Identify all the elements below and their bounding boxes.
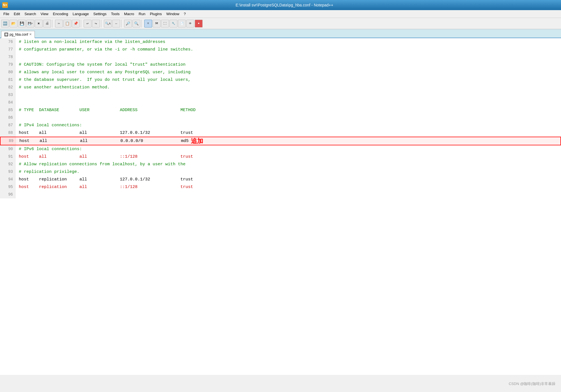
watermark: CSDN @咖啡(咖啡)非常暴躁 <box>509 381 555 386</box>
line-content: host replication all ::1/128 trust <box>15 183 561 191</box>
menu-item-?[interactable]: ? <box>182 11 188 17</box>
line-number: 92 <box>0 161 15 168</box>
menu-item-plugins[interactable]: Plugins <box>148 11 164 17</box>
line-number: 93 <box>0 168 15 176</box>
line-content: host all all ::1/128 trust <box>15 153 561 161</box>
line-content: # TYPE DATABASE USER ADDRESS METHOD <box>15 106 561 114</box>
line-row: 92# Allow replication connections from l… <box>0 161 561 168</box>
line-row: 93# replication privilege. <box>0 168 561 176</box>
menu-item-window[interactable]: Window <box>164 11 182 17</box>
line-number: 86 <box>0 114 15 122</box>
menu-item-view[interactable]: View <box>38 11 51 17</box>
line-row: 95host replication all ::1/128 trust <box>0 183 561 191</box>
menu-item-tools[interactable]: Tools <box>109 11 122 17</box>
line-content: host all all 0.0.0.0/0 md5追加 <box>16 137 560 145</box>
toolbar-redo[interactable]: ↪ <box>92 20 100 27</box>
toolbar-sep2 <box>81 20 83 27</box>
line-row: 83 <box>0 91 561 99</box>
line-number: 84 <box>0 99 15 106</box>
toolbar-zoom-in[interactable]: 🔎 <box>124 20 132 27</box>
line-content: # listen on a non-local interface via th… <box>15 38 561 46</box>
toolbar-save-all[interactable]: 💾+ <box>26 20 34 27</box>
line-row: 94host replication all 127.0.0.1/32 trus… <box>0 176 561 183</box>
line-content: # the database superuser. If you do not … <box>15 76 561 84</box>
toolbar-paste[interactable]: 📌 <box>72 20 80 27</box>
line-number: 85 <box>0 106 15 114</box>
line-row: 79# CAUTION: Configuring the system for … <box>0 61 561 68</box>
toolbar-bookmark[interactable]: 🔧 <box>170 20 177 27</box>
line-row: 87# IPv4 local connections: <box>0 122 561 129</box>
line-row: 96 <box>0 191 561 198</box>
editor-area[interactable]: 76# listen on a non-local interface via … <box>0 38 561 375</box>
toolbar-wordwrap[interactable]: ≡ <box>144 20 152 27</box>
line-number: 83 <box>0 91 15 99</box>
line-row: 77# configuration parameter, or via the … <box>0 46 561 53</box>
toolbar-fullscreen[interactable]: ⛶ <box>161 20 169 27</box>
toolbar-replace[interactable]: ↔ <box>112 20 120 27</box>
line-row: 89host all all 0.0.0.0/0 md5追加 <box>0 137 561 145</box>
toolbar-docmap[interactable]: 📄 <box>178 20 186 27</box>
line-number: 87 <box>0 122 15 129</box>
toolbar-sep4 <box>121 20 123 27</box>
toolbar-cut[interactable]: ✂ <box>55 20 63 27</box>
line-number: 80 <box>0 68 15 76</box>
line-row: 90# IPv6 local connections: <box>0 145 561 153</box>
line-number: 79 <box>0 61 15 68</box>
toolbar-zoom-out[interactable]: 🔍 <box>132 20 140 27</box>
tab-close-icon[interactable]: ✕ <box>29 33 32 36</box>
line-content <box>15 53 561 61</box>
menu-item-edit[interactable]: Edit <box>12 11 22 17</box>
line-content <box>15 99 561 106</box>
line-number: 91 <box>0 153 15 161</box>
line-row: 86 <box>0 114 561 122</box>
line-content: # replication privilege. <box>15 168 561 176</box>
menu-item-file[interactable]: File <box>1 11 12 17</box>
line-row: 91host all all ::1/128 trust <box>0 153 561 161</box>
menu-item-search[interactable]: Search <box>22 11 38 17</box>
line-content: # IPv4 local connections: <box>15 122 561 129</box>
line-row: 88host all all 127.0.0.1/32 trust <box>0 129 561 137</box>
toolbar-eye[interactable]: 👁 <box>186 20 194 27</box>
line-row: 82# use another authentication method. <box>0 84 561 91</box>
menu-item-encoding[interactable]: Encoding <box>51 11 70 17</box>
line-number: 88 <box>0 129 15 137</box>
annotation-label: 追加 <box>189 137 205 145</box>
menu-item-run[interactable]: Run <box>136 11 148 17</box>
line-content <box>15 114 561 122</box>
toolbar: 🆕 📂 💾 💾+ ✖ 🖨 ✂ 📋 📌 ↩ ↪ 🔍A ↔ 🔎 🔍 ≡ 🗺 ⛶ 🔧 … <box>0 18 561 29</box>
toolbar-save[interactable]: 💾 <box>18 20 26 27</box>
toolbar-search[interactable]: 🔍A <box>104 20 112 27</box>
line-content: # Allow replication connections from loc… <box>15 161 561 168</box>
toolbar-print[interactable]: 🖨 <box>43 20 51 27</box>
toolbar-undo[interactable]: ↩ <box>84 20 91 27</box>
line-number: 77 <box>0 46 15 53</box>
line-number: 82 <box>0 84 15 91</box>
line-content: # IPv6 local connections: <box>15 145 561 153</box>
tab-pg-hba-conf[interactable]: 🔲 pg_hba.conf ✕ <box>1 31 35 38</box>
line-number: 89 <box>1 137 16 145</box>
toolbar-map[interactable]: 🗺 <box>153 20 161 27</box>
line-content <box>15 191 561 198</box>
menu-item-language[interactable]: Language <box>70 11 91 17</box>
line-row: 80# allows any local user to connect as … <box>0 68 561 76</box>
line-content: # allows any local user to connect as an… <box>15 68 561 76</box>
toolbar-red[interactable]: ● <box>195 20 203 27</box>
toolbar-close[interactable]: ✖ <box>35 20 43 27</box>
toolbar-open[interactable]: 📂 <box>10 20 17 27</box>
tab-label: pg_hba.conf <box>10 33 28 36</box>
menu-bar: FileEditSearchViewEncodingLanguageSettin… <box>0 10 561 18</box>
line-number: 94 <box>0 176 15 183</box>
window-title: E:\install svr\PostgreSQLData\pg_hba.con… <box>10 3 559 7</box>
line-row: 78 <box>0 53 561 61</box>
toolbar-new[interactable]: 🆕 <box>1 20 9 27</box>
line-text: host all all 0.0.0.0/0 md5 <box>19 137 189 145</box>
line-row: 81# the database superuser. If you do no… <box>0 76 561 84</box>
toolbar-copy[interactable]: 📋 <box>63 20 71 27</box>
title-bar: N+ E:\install svr\PostgreSQLData\pg_hba.… <box>0 0 561 10</box>
menu-item-macro[interactable]: Macro <box>122 11 136 17</box>
line-content <box>15 91 561 99</box>
line-content: host replication all 127.0.0.1/32 trust <box>15 176 561 183</box>
menu-item-settings[interactable]: Settings <box>91 11 109 17</box>
line-content: # CAUTION: Configuring the system for lo… <box>15 61 561 68</box>
line-number: 76 <box>0 38 15 46</box>
